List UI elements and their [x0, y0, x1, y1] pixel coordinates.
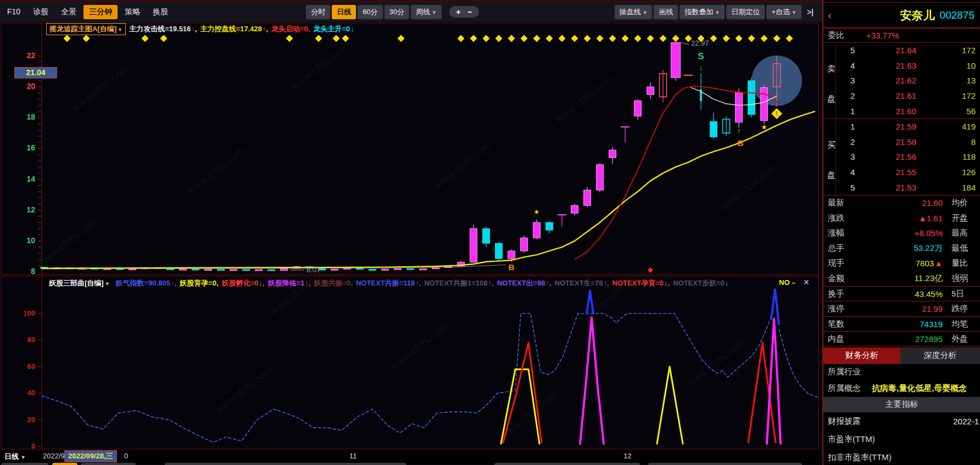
- candle-body: [243, 270, 250, 271]
- sub-indicator-row: 妖股三部曲[自编]▼ 妖气指数=90.805↑,妖股育孕=0,妖股孵化=0↓,妖…: [46, 277, 728, 289]
- analysis-tabs: 财务分析深度分析: [823, 348, 980, 364]
- sub-indicator-line: [580, 317, 604, 444]
- period-周线[interactable]: 周线▼: [411, 5, 442, 19]
- bottom-tab-4[interactable]: [494, 463, 640, 465]
- tool-指数叠加[interactable]: 指数叠加▼: [680, 5, 725, 19]
- info-row-所属概念: 所属概念抗病毒,量化低星,母婴概念: [823, 380, 980, 397]
- chevron-down-icon: ▼: [118, 27, 122, 32]
- weibi-label: 委比: [828, 30, 866, 41]
- indicator-param: 妖股降临=1: [268, 279, 304, 287]
- indicator-param: 主力控盘线=17.428: [200, 25, 261, 33]
- candle-body: [508, 251, 515, 259]
- candle-body: [761, 88, 768, 121]
- period-60分[interactable]: 60分: [358, 5, 382, 19]
- signal-diamond-icon: [160, 35, 168, 42]
- stat-row-涨幅: 涨幅+8.05%最高: [823, 226, 980, 241]
- chart-marker: ↑: [737, 126, 741, 135]
- candle-body: [634, 100, 642, 116]
- sub-indicator-params: 妖气指数=90.805↑,妖股育孕=0,妖股孵化=0↓,妖股降临=1↑,妖股共振…: [113, 278, 729, 288]
- section-header: 主要指标: [823, 397, 980, 412]
- candlestick-chart[interactable]: 222018161412108100806040200S↓BB★★↑!22.97…: [0, 22, 821, 451]
- tool-日期定位[interactable]: 日期定位: [726, 5, 765, 19]
- menu-item-F10[interactable]: F10: [2, 5, 26, 19]
- candle-body: [546, 222, 553, 230]
- back-arrow-icon[interactable]: ‹: [828, 9, 832, 21]
- price-axis-label: 18: [26, 113, 35, 121]
- quote-stats: 最新21.60均价涨跌▲1.61开盘涨幅+8.05%最高总手53.22万最低现手…: [823, 195, 980, 346]
- sub-indicator-selector[interactable]: 妖股三部曲[自编]▼: [46, 278, 113, 289]
- menu-item-策略[interactable]: 策略: [119, 5, 146, 19]
- book-row: 121.6056: [836, 103, 980, 119]
- book-row: 321.56118: [836, 149, 980, 165]
- signal-diamond-icon: [546, 35, 553, 42]
- signal-diamond-icon: [286, 35, 293, 42]
- stock-code: 002875: [940, 9, 975, 21]
- tool-+自选[interactable]: +自选▼: [766, 5, 801, 19]
- signal-diamond-icon: [398, 35, 405, 42]
- book-side-label: 买: [827, 140, 836, 150]
- sub-chart-border: [1, 276, 818, 449]
- candle-body: [671, 43, 681, 78]
- sub-indicator-suffix: NO –: [779, 278, 795, 287]
- zoom-out-button[interactable]: −: [467, 7, 472, 16]
- timeline-date-highlight[interactable]: 2022/09/28,三: [64, 450, 117, 462]
- candle-body: [495, 243, 503, 259]
- zoom-in-button[interactable]: +: [456, 7, 461, 16]
- chart-marker: ★: [761, 123, 767, 131]
- weibi-row: 委比 +33.77%: [823, 29, 980, 43]
- indicator-param: 妖股育孕=0: [180, 279, 216, 287]
- price-axis-label: 22: [26, 51, 35, 60]
- tool-操盘线[interactable]: 操盘线▼: [615, 5, 653, 19]
- signal-diamond-icon: [597, 35, 604, 42]
- sub-axis-label: 100: [23, 309, 35, 317]
- candle-body: [407, 268, 414, 270]
- bottom-tab-0[interactable]: [1, 463, 48, 465]
- signal-diamond-icon: [786, 35, 793, 42]
- bottom-tab-3[interactable]: [165, 463, 407, 465]
- sub-indicator-line: [503, 343, 542, 442]
- book-side-label: 卖: [827, 64, 836, 74]
- top-toolbar: F10诊股全景三分钟策略换股 分时日线60分30分周线▼ + − 操盘线▼画线指…: [0, 2, 822, 22]
- chart-tools: 操盘线▼画线指数叠加▼日期定位+自选▼>|: [613, 5, 820, 19]
- indicator-param: NOTEXT孕育=0: [612, 279, 664, 287]
- timeline-period-selector[interactable]: 日线 ▼: [4, 452, 26, 462]
- main-indicator-name: 摇龙追踪主图A[自编]: [49, 25, 116, 33]
- sub-indicator-name: 妖股三部曲[自编]: [49, 279, 104, 287]
- candle-body: [230, 270, 237, 271]
- menu-item-全景[interactable]: 全景: [55, 5, 82, 19]
- tab-深度分析[interactable]: 深度分析: [900, 348, 980, 364]
- menu-item-诊股[interactable]: 诊股: [27, 5, 54, 19]
- timeline-bar: 日线 ▼ 2022/92022/09/28,三01112: [0, 450, 822, 463]
- main-indicator-selector[interactable]: 摇龙追踪主图A[自编]▼: [46, 23, 126, 35]
- menu-item-三分钟[interactable]: 三分钟: [83, 5, 118, 19]
- menu-item-换股[interactable]: 换股: [147, 5, 174, 19]
- timeline-label: 2022/9: [43, 452, 65, 460]
- bottom-tab-1[interactable]: [52, 463, 77, 465]
- period-30分[interactable]: 30分: [385, 5, 409, 19]
- indicator-param: 妖股共振=0: [314, 279, 350, 287]
- period-分时[interactable]: 分时: [306, 5, 330, 19]
- signal-diamond-icon: [773, 35, 781, 42]
- tab-财务分析[interactable]: 财务分析: [823, 348, 900, 364]
- sub-indicator-line: [587, 291, 593, 313]
- metric-row-市盈率(TTM): 市盈率(TTM): [823, 430, 980, 449]
- signal-diamond-icon: [761, 35, 768, 42]
- stat-row-涨跌: 涨跌▲1.61开盘: [823, 210, 980, 226]
- book-row: 421.55126: [836, 165, 980, 180]
- timeline-label: 11: [349, 452, 357, 460]
- signal-diamond-icon: [533, 35, 541, 42]
- indicator-param: NOTEXT出=98: [497, 279, 545, 287]
- bottom-tab-5[interactable]: [648, 463, 802, 465]
- candle-body: [571, 205, 578, 213]
- candle-body: [420, 269, 427, 270]
- candle-body: [331, 269, 338, 270]
- collapse-panel-icon[interactable]: >|: [807, 8, 814, 16]
- bottom-tab-2[interactable]: [81, 463, 136, 465]
- close-icon[interactable]: ✕: [803, 278, 810, 287]
- period-日线[interactable]: 日线: [332, 5, 356, 19]
- stock-trading-app: F10诊股全景三分钟策略换股 分时日线60分30分周线▼ + − 操盘线▼画线指…: [0, 0, 980, 465]
- book-side-label: 盘: [827, 94, 836, 104]
- candle-body: [533, 222, 541, 238]
- tool-画线[interactable]: 画线: [654, 5, 678, 19]
- indicator-param: 龙头启动=0: [271, 25, 308, 33]
